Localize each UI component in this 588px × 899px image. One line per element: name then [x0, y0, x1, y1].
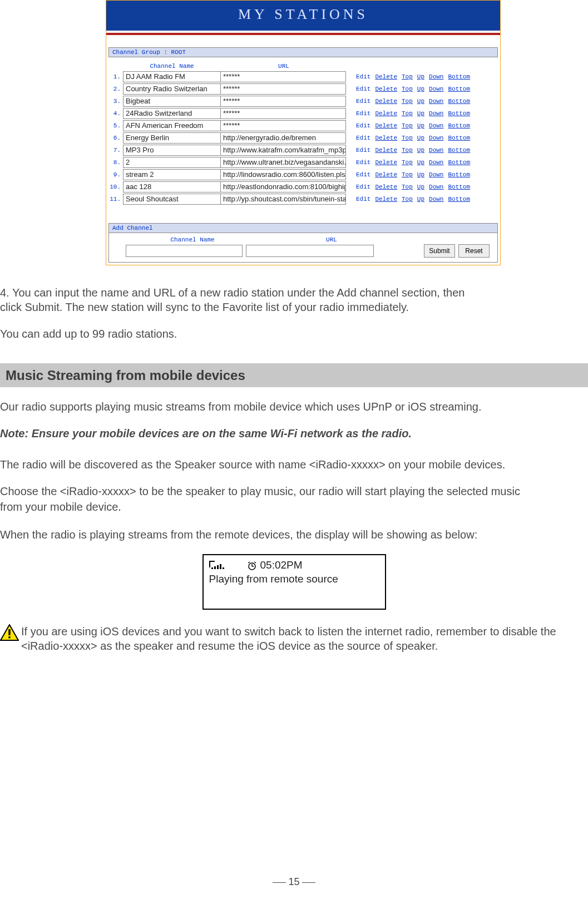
channel-name-cell[interactable]: Bigbeat [123, 96, 221, 107]
channel-url-cell[interactable]: http://yp.shoutcast.com/sbin/tunein-stat… [220, 194, 346, 205]
top-link[interactable]: Top [402, 171, 413, 178]
down-link[interactable]: Down [429, 73, 443, 80]
edit-link[interactable]: Edit [356, 135, 370, 141]
add-url-input[interactable] [246, 245, 374, 257]
channel-name-cell[interactable]: Country Radio Switzerlan [123, 83, 221, 95]
reset-button[interactable]: Reset [458, 244, 490, 258]
edit-link[interactable]: Edit [356, 86, 370, 92]
up-link[interactable]: Up [417, 135, 424, 141]
bottom-link[interactable]: Bottom [448, 86, 470, 92]
delete-link[interactable]: Delete [375, 159, 397, 166]
channel-url-cell[interactable]: http://energyradio.de/bremen [220, 132, 346, 144]
top-link[interactable]: Top [402, 135, 413, 141]
top-link[interactable]: Top [402, 73, 413, 80]
delete-link[interactable]: Delete [375, 196, 397, 202]
down-link[interactable]: Down [429, 122, 443, 129]
top-link[interactable]: Top [402, 159, 413, 166]
delete-link[interactable]: Delete [375, 86, 397, 92]
delete-link[interactable]: Delete [375, 135, 397, 141]
channel-url-cell[interactable]: http://www.katrafm.com/katrafm_mp3pro.m3 [220, 145, 346, 156]
bottom-link[interactable]: Bottom [448, 135, 470, 141]
up-link[interactable]: Up [417, 171, 424, 178]
down-link[interactable]: Down [429, 184, 443, 190]
top-link[interactable]: Top [402, 122, 413, 129]
delete-link[interactable]: Delete [375, 110, 397, 117]
edit-link[interactable]: Edit [356, 98, 370, 105]
edit-link[interactable]: Edit [356, 184, 370, 190]
channel-name-cell[interactable]: 24Radio Switzerland [123, 108, 221, 119]
my-stations-panel: MY STATIONS Channel Group : ROOT Channel… [106, 0, 501, 265]
down-link[interactable]: Down [429, 147, 443, 154]
bottom-link[interactable]: Bottom [448, 171, 470, 178]
up-link[interactable]: Up [417, 86, 424, 92]
top-link[interactable]: Top [402, 98, 413, 105]
up-link[interactable]: Up [417, 122, 424, 129]
warning-icon [0, 624, 19, 641]
bottom-link[interactable]: Bottom [448, 196, 470, 202]
channel-name-cell[interactable]: 2 [123, 157, 221, 168]
top-link[interactable]: Top [402, 196, 413, 202]
add-name-input[interactable] [126, 245, 243, 257]
top-link[interactable]: Top [402, 86, 413, 92]
down-link[interactable]: Down [429, 135, 443, 141]
delete-link[interactable]: Delete [375, 171, 397, 178]
channel-url-cell[interactable]: ****** [220, 120, 346, 131]
delete-link[interactable]: Delete [375, 184, 397, 190]
channel-url-cell[interactable]: http://lindowsradio.com:8600/listen.pls [220, 169, 346, 180]
svg-rect-6 [223, 567, 224, 569]
bottom-link[interactable]: Bottom [448, 73, 470, 80]
channel-name-cell[interactable]: Seoul Shoutcast [123, 194, 221, 205]
edit-link[interactable]: Edit [356, 73, 370, 80]
edit-link[interactable]: Edit [356, 122, 370, 129]
down-link[interactable]: Down [429, 171, 443, 178]
down-link[interactable]: Down [429, 86, 443, 92]
bottom-link[interactable]: Bottom [448, 184, 470, 190]
up-link[interactable]: Up [417, 159, 424, 166]
submit-button[interactable]: Submit [424, 244, 455, 258]
up-link[interactable]: Up [417, 147, 424, 154]
delete-link[interactable]: Delete [375, 73, 397, 80]
up-link[interactable]: Up [417, 110, 424, 117]
row-number: 8. [108, 159, 123, 166]
edit-link[interactable]: Edit [356, 196, 370, 202]
channel-url-cell[interactable]: ****** [220, 71, 346, 82]
bottom-link[interactable]: Bottom [448, 110, 470, 117]
channel-name-cell[interactable]: aac 128 [123, 181, 221, 192]
bottom-link[interactable]: Bottom [448, 98, 470, 105]
down-link[interactable]: Down [429, 196, 443, 202]
bottom-link[interactable]: Bottom [448, 122, 470, 129]
edit-link[interactable]: Edit [356, 171, 370, 178]
channel-name-cell[interactable]: AFN American Freedom [123, 120, 221, 131]
edit-link[interactable]: Edit [356, 147, 370, 154]
channel-url-cell[interactable]: http://eastlondonradio.com:8100/bighigh.… [220, 181, 346, 192]
display-status-line: Playing from remote source [209, 572, 379, 586]
up-link[interactable]: Up [417, 73, 424, 80]
delete-link[interactable]: Delete [375, 98, 397, 105]
top-link[interactable]: Top [402, 184, 413, 190]
channel-name-cell[interactable]: Energy Berlin [123, 132, 221, 144]
choose-speaker-text: Choose the <iRadio-xxxxx> to be the spea… [0, 484, 588, 498]
edit-link[interactable]: Edit [356, 159, 370, 166]
down-link[interactable]: Down [429, 110, 443, 117]
channel-name-cell[interactable]: DJ AAM Radio FM [123, 71, 221, 82]
top-link[interactable]: Top [402, 110, 413, 117]
channel-url-cell[interactable]: http://www.ultranet.biz/vegasandanski.m3… [220, 157, 346, 168]
channel-url-cell[interactable]: ****** [220, 96, 346, 107]
down-link[interactable]: Down [429, 159, 443, 166]
up-link[interactable]: Up [417, 98, 424, 105]
edit-link[interactable]: Edit [356, 110, 370, 117]
up-link[interactable]: Up [417, 196, 424, 202]
channel-url-cell[interactable]: ****** [220, 108, 346, 119]
bottom-link[interactable]: Bottom [448, 159, 470, 166]
channel-url-cell[interactable]: ****** [220, 83, 346, 95]
down-link[interactable]: Down [429, 98, 443, 105]
up-link[interactable]: Up [417, 184, 424, 190]
channel-name-cell[interactable]: MP3 Pro [123, 145, 221, 156]
channel-name-cell[interactable]: stream 2 [123, 169, 221, 180]
svg-line-11 [254, 562, 256, 563]
delete-link[interactable]: Delete [375, 122, 397, 129]
bottom-link[interactable]: Bottom [448, 147, 470, 154]
top-link[interactable]: Top [402, 147, 413, 154]
delete-link[interactable]: Delete [375, 147, 397, 154]
page-footer: 15 [0, 876, 588, 888]
